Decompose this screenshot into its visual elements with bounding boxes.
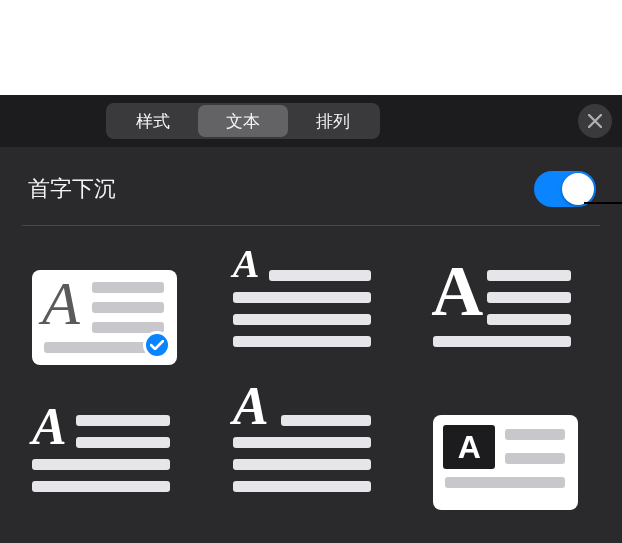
callout-line bbox=[584, 202, 622, 204]
panel-content: 首字下沉 A A bbox=[0, 147, 622, 528]
close-icon bbox=[588, 114, 602, 128]
dropcap-row: 首字下沉 bbox=[22, 165, 600, 226]
dropcap-letter-icon: A bbox=[42, 268, 80, 339]
toggle-knob bbox=[562, 173, 594, 205]
dropcap-letter-icon: A bbox=[233, 240, 260, 287]
dropcap-letter-icon: A bbox=[32, 397, 67, 456]
dropcap-letter-icon: A bbox=[233, 375, 269, 437]
segmented-control: 样式 文本 排列 bbox=[106, 103, 380, 139]
format-panel: 样式 文本 排列 首字下沉 A bbox=[0, 95, 622, 543]
tab-style[interactable]: 样式 bbox=[108, 105, 198, 137]
dropcap-option-5[interactable]: A bbox=[233, 415, 378, 510]
panel-header: 样式 文本 排列 bbox=[0, 95, 622, 147]
dropcap-letter-icon: A bbox=[431, 250, 483, 333]
tab-text[interactable]: 文本 bbox=[198, 105, 288, 137]
dropcap-option-3[interactable]: A bbox=[433, 270, 578, 365]
dropcap-letter-icon: A bbox=[458, 429, 481, 466]
tab-arrange[interactable]: 排列 bbox=[288, 105, 378, 137]
dropcap-option-6[interactable]: A bbox=[433, 415, 578, 510]
dropcap-option-2[interactable]: A bbox=[233, 270, 378, 365]
dropcap-label: 首字下沉 bbox=[28, 174, 116, 204]
selected-check-icon bbox=[143, 331, 171, 359]
dropcap-option-4[interactable]: A bbox=[32, 415, 177, 510]
close-button[interactable] bbox=[578, 104, 612, 138]
dropcap-grid: A A A A bbox=[22, 226, 600, 510]
dropcap-option-1[interactable]: A bbox=[32, 270, 177, 365]
